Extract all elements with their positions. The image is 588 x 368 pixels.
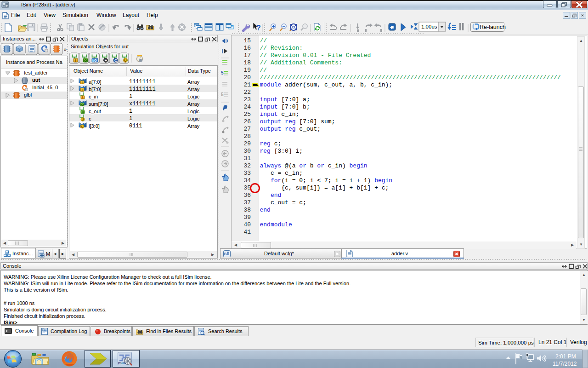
svg-text:Re-launch: Re-launch	[480, 24, 506, 30]
svg-text:C: C	[114, 58, 117, 63]
svg-text:1.00us: 1.00us	[421, 24, 437, 29]
svg-text:I/O: I/O	[92, 59, 97, 62]
svg-text:+: +	[105, 58, 107, 63]
svg-text:I: I	[75, 58, 76, 63]
svg-text:11/7/2012: 11/7/2012	[553, 361, 577, 367]
svg-text:5: 5	[221, 92, 224, 97]
svg-text:?: ?	[256, 24, 261, 32]
svg-text:2:01 PM: 2:01 PM	[555, 353, 576, 360]
svg-text:5: 5	[221, 70, 224, 75]
svg-text:ISim: ISim	[118, 361, 126, 365]
svg-text:U: U	[124, 58, 127, 63]
svg-text:O: O	[84, 58, 87, 63]
svg-text:»: »	[64, 46, 67, 52]
